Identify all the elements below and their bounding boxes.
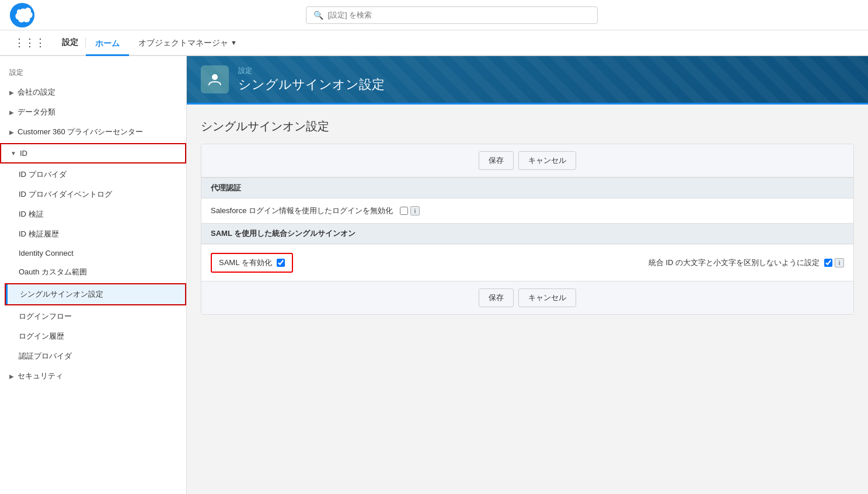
nav-bar: ⋮⋮⋮ 設定 ホーム オブジェクトマネージャ ▼ — [0, 30, 868, 56]
main-layout: 設定 ▶ 会社の設定 ▶ データ分類 ▶ Customer 360 プライバシー… — [0, 56, 868, 494]
cancel-button-bottom[interactable]: キャンセル — [518, 288, 576, 307]
saml-enable-checkbox[interactable] — [277, 259, 285, 267]
bottom-button-row: 保存 キャンセル — [201, 281, 853, 314]
content-area: 設定 シングルサインオン設定 シングルサインオン設定 保存 キャンセル 代理認証… — [187, 56, 868, 494]
disable-login-checkbox[interactable] — [400, 207, 408, 215]
saml-settings-row: SAML を有効化 統合 ID の大文字と小文字を区別しないように設定 i — [201, 244, 853, 281]
info-icon-saml[interactable]: i — [835, 258, 844, 267]
cancel-button-top[interactable]: キャンセル — [518, 151, 576, 170]
sidebar-item-data-classification[interactable]: ▶ データ分類 — [0, 102, 186, 122]
case-sensitive-checkbox[interactable] — [824, 259, 832, 267]
proxy-auth-row: Salesforce ログイン情報を使用したログインを無効化 i — [201, 199, 853, 223]
case-sensitive-label: 統合 ID の大文字と小文字を区別しないように設定 — [649, 258, 820, 268]
sidebar-item-oauth-custom[interactable]: Oauth カスタム範囲 — [5, 262, 186, 282]
grid-icon[interactable]: ⋮⋮⋮ — [5, 36, 55, 49]
chevron-right-icon: ▶ — [9, 373, 14, 380]
case-sensitive-checkbox-wrap: i — [824, 258, 844, 267]
chevron-right-icon: ▶ — [9, 89, 14, 96]
sidebar-item-company-settings[interactable]: ▶ 会社の設定 — [0, 82, 186, 102]
proxy-auth-header: 代理認証 — [201, 178, 853, 199]
sidebar-item-login-flow[interactable]: ログインフロー — [5, 307, 186, 326]
saml-enable-box: SAML を有効化 — [211, 253, 293, 273]
content-section-title: シングルサインオン設定 — [201, 119, 854, 134]
sidebar-section-title: 設定 — [0, 63, 186, 82]
search-bar[interactable]: 🔍 — [306, 6, 598, 24]
sidebar-id-sub: ID プロバイダ ID プロバイダイベントログ ID 検証 ID 検証履歴 Id… — [0, 165, 186, 366]
sidebar-item-customer360[interactable]: ▶ Customer 360 プライバシーセンター — [0, 122, 186, 142]
saml-enable-label: SAML を有効化 — [219, 258, 272, 268]
chevron-down-icon: ▼ — [231, 30, 237, 55]
top-bar: 🔍 — [0, 0, 868, 30]
salesforce-logo — [9, 2, 35, 28]
sidebar-item-id-provider[interactable]: ID プロバイダ — [5, 165, 186, 185]
disable-login-label: Salesforce ログイン情報を使用したログインを無効化 — [211, 206, 393, 216]
info-icon-proxy[interactable]: i — [410, 206, 420, 215]
sidebar-item-id-provider-event-log[interactable]: ID プロバイダイベントログ — [5, 185, 186, 204]
sidebar-item-identity-connect[interactable]: Identity Connect — [5, 244, 186, 262]
sidebar: 設定 ▶ 会社の設定 ▶ データ分類 ▶ Customer 360 プライバシー… — [0, 56, 187, 494]
sidebar-item-login-history[interactable]: ログイン履歴 — [5, 326, 186, 346]
sidebar-item-security[interactable]: ▶ セキュリティ — [0, 366, 186, 386]
top-button-row: 保存 キャンセル — [201, 144, 853, 178]
chevron-down-icon: ▼ — [11, 150, 16, 156]
sidebar-item-id-verification-history[interactable]: ID 検証履歴 — [5, 224, 186, 244]
chevron-right-icon: ▶ — [9, 109, 14, 116]
tab-home[interactable]: ホーム — [86, 30, 129, 56]
tab-object-manager[interactable]: オブジェクトマネージャ ▼ — [129, 30, 246, 56]
save-button-top[interactable]: 保存 — [479, 151, 514, 170]
chevron-right-icon: ▶ — [9, 129, 14, 135]
saml-section-header: SAML を使用した統合シングルサインオン — [201, 223, 853, 244]
disable-login-checkbox-wrap: i — [400, 206, 420, 215]
sidebar-item-id-group[interactable]: ▼ ID — [1, 144, 185, 162]
settings-card: 保存 キャンセル 代理認証 Salesforce ログイン情報を使用したログイン… — [201, 144, 854, 315]
app-name: 設定 — [55, 37, 86, 48]
search-input[interactable] — [328, 11, 590, 19]
content-body: シングルサインオン設定 保存 キャンセル 代理認証 Salesforce ログイ… — [187, 105, 868, 329]
saml-case-sensitive: 統合 ID の大文字と小文字を区別しないように設定 i — [649, 258, 844, 268]
search-icon: 🔍 — [313, 11, 323, 20]
sidebar-item-auth-provider[interactable]: 認証プロバイダ — [5, 346, 186, 366]
sidebar-item-sso-settings[interactable]: シングルサインオン設定 — [6, 284, 185, 304]
sidebar-item-id-verification[interactable]: ID 検証 — [5, 204, 186, 224]
save-button-bottom[interactable]: 保存 — [479, 288, 514, 307]
